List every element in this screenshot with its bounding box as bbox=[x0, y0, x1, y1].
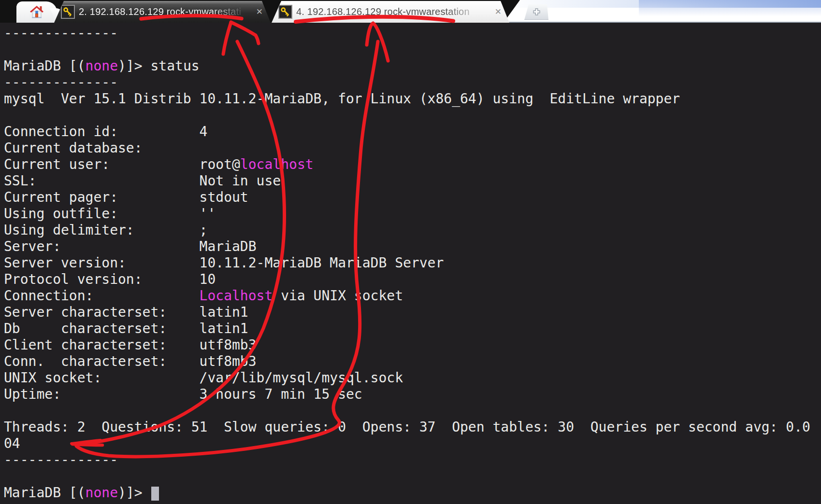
terminal-line: UNIX socket: /var/lib/mysql/mysql.sock bbox=[4, 370, 821, 386]
terminal-line bbox=[4, 42, 821, 58]
tab-title: 4. 192.168.126.129 rock-vmwarestation bbox=[296, 6, 492, 17]
terminal-text: MariaDB [( bbox=[4, 58, 86, 74]
terminal-text: Conn. characterset: utf8mb3 bbox=[4, 353, 257, 369]
terminal-line: -------------- bbox=[4, 25, 821, 42]
terminal-line: Threads: 2 Questions: 51 Slow queries: 0… bbox=[4, 419, 821, 435]
terminal-text: 04 bbox=[4, 435, 20, 451]
terminal-line: Current database: bbox=[4, 140, 821, 156]
close-icon[interactable]: ✕ bbox=[492, 7, 504, 17]
terminal-line bbox=[4, 468, 821, 485]
plus-icon bbox=[533, 8, 540, 15]
terminal-text: MariaDB [( bbox=[4, 485, 86, 501]
terminal-text: UNIX socket: /var/lib/mysql/mysql.sock bbox=[4, 370, 403, 386]
terminal-line: Conn. characterset: utf8mb3 bbox=[4, 353, 821, 370]
terminal-text: Current database: bbox=[4, 140, 143, 156]
terminal-text: SSL: Not in use bbox=[4, 173, 281, 189]
terminal-text: none bbox=[86, 58, 118, 74]
tab-session-2[interactable]: 2. 192.168.126.129 rock-vmwarestati ✕ bbox=[54, 1, 271, 23]
terminal-text: Protocol version: 10 bbox=[4, 271, 216, 287]
terminal-line bbox=[4, 107, 821, 124]
key-icon bbox=[278, 5, 292, 19]
terminal-text: Using delimiter: ; bbox=[4, 222, 207, 238]
terminal-line: MariaDB [(none)]> bbox=[4, 485, 821, 501]
terminal-line: Server characterset: latin1 bbox=[4, 304, 821, 321]
terminal-text: Connection: bbox=[4, 288, 200, 304]
terminal-line: Connection: Localhost via UNIX socket bbox=[4, 288, 821, 304]
terminal-line: Current pager: stdout bbox=[4, 189, 821, 206]
terminal-screen[interactable]: -------------- MariaDB [(none)]> status-… bbox=[0, 23, 821, 504]
terminal-cursor bbox=[151, 487, 159, 501]
home-tab-button[interactable] bbox=[16, 1, 57, 23]
terminal-text: localhost bbox=[240, 156, 314, 172]
tabbar-empty-area bbox=[504, 0, 821, 23]
terminal-line: Using delimiter: ; bbox=[4, 222, 821, 238]
tab-bar: 2. 192.168.126.129 rock-vmwarestati ✕ 4.… bbox=[0, 0, 821, 23]
terminal-line: Uptime: 3 hours 7 min 15 sec bbox=[4, 386, 821, 403]
terminal-line: mysql Ver 15.1 Distrib 10.11.2-MariaDB, … bbox=[4, 91, 821, 107]
terminal-text: Db characterset: latin1 bbox=[4, 321, 248, 336]
terminal-text: Server characterset: latin1 bbox=[4, 304, 248, 320]
terminal-line: MariaDB [(none)]> status bbox=[4, 58, 821, 74]
terminal-text: via UNIX socket bbox=[273, 288, 403, 304]
screen: 2. 192.168.126.129 rock-vmwarestati ✕ 4.… bbox=[0, 0, 821, 504]
terminal-line bbox=[4, 403, 821, 419]
terminal-text: Current user: root@ bbox=[4, 156, 240, 172]
terminal-text: Client characterset: utf8mb3 bbox=[4, 337, 257, 353]
close-icon[interactable]: ✕ bbox=[253, 7, 266, 17]
terminal-text: none bbox=[86, 485, 118, 501]
tabbar-blue-gradient-2 bbox=[639, 0, 821, 16]
terminal-text: Threads: 2 Questions: 51 Slow queries: 0… bbox=[4, 419, 810, 435]
home-icon bbox=[29, 4, 45, 20]
terminal-line: Db characterset: latin1 bbox=[4, 321, 821, 337]
terminal-line: Using outfile: '' bbox=[4, 206, 821, 222]
terminal-text: Server version: 10.11.2-MariaDB MariaDB … bbox=[4, 255, 444, 271]
terminal-line: Client characterset: utf8mb3 bbox=[4, 337, 821, 353]
terminal-line: -------------- bbox=[4, 452, 821, 468]
terminal-text: -------------- bbox=[4, 74, 118, 90]
terminal-text: Using outfile: '' bbox=[4, 206, 216, 222]
terminal-text: )]> bbox=[118, 485, 150, 501]
tab-session-4[interactable]: 4. 192.168.126.129 rock-vmwarestation ✕ bbox=[272, 1, 509, 23]
key-icon bbox=[61, 5, 75, 19]
terminal-line: SSL: Not in use bbox=[4, 173, 821, 189]
terminal-line: Current user: root@localhost bbox=[4, 156, 821, 173]
terminal-text: Current pager: stdout bbox=[4, 189, 248, 205]
terminal-line: Server: MariaDB bbox=[4, 238, 821, 255]
terminal-line: -------------- bbox=[4, 74, 821, 91]
tab-title: 2. 192.168.126.129 rock-vmwarestati bbox=[79, 6, 253, 17]
terminal-text: Localhost bbox=[200, 288, 273, 304]
terminal-line: 04 bbox=[4, 435, 821, 452]
terminal-text: -------------- bbox=[4, 25, 118, 41]
terminal-text: Uptime: 3 hours 7 min 15 sec bbox=[4, 386, 362, 402]
terminal-text: Connection id: 4 bbox=[4, 124, 207, 140]
terminal-line: Connection id: 4 bbox=[4, 124, 821, 140]
terminal-text: )]> status bbox=[118, 58, 200, 74]
terminal-line: Server version: 10.11.2-MariaDB MariaDB … bbox=[4, 255, 821, 271]
terminal-text: mysql Ver 15.1 Distrib 10.11.2-MariaDB, … bbox=[4, 91, 680, 107]
terminal-text: -------------- bbox=[4, 452, 118, 468]
terminal-text: Server: MariaDB bbox=[4, 238, 257, 254]
terminal-line: Protocol version: 10 bbox=[4, 271, 821, 288]
